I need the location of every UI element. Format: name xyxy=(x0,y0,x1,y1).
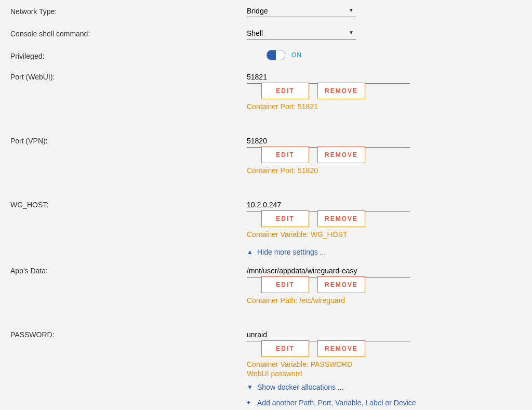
port-vpn-input[interactable] xyxy=(247,135,410,148)
privileged-label: Privileged: xyxy=(10,50,247,60)
network-type-label: Network Type: xyxy=(10,5,247,16)
app-data-input[interactable] xyxy=(247,264,410,277)
privileged-toggle-state: ON xyxy=(291,51,302,59)
show-docker-allocations-link[interactable]: ▼ Show docker allocations ... xyxy=(247,383,522,391)
port-webui-helper: Container Port: 51821 xyxy=(247,102,522,111)
hide-more-settings-link[interactable]: ▲ Hide more settings ... xyxy=(247,248,522,256)
wg-host-helper: Container Variable: WG_HOST xyxy=(247,230,522,239)
plus-icon: + xyxy=(247,399,254,406)
port-vpn-edit-button[interactable]: EDIT xyxy=(261,147,309,163)
wg-host-edit-button[interactable]: EDIT xyxy=(261,210,309,227)
app-data-helper: Container Path: /etc/wireguard xyxy=(247,296,522,305)
port-webui-input[interactable] xyxy=(247,71,410,84)
network-type-select[interactable]: Bridge xyxy=(247,5,356,17)
password-input[interactable] xyxy=(247,328,410,341)
password-helper-2: WebUI password xyxy=(247,369,522,378)
port-vpn-label: Port (VPN): xyxy=(10,135,247,145)
wg-host-label: WG_HOST: xyxy=(10,199,247,209)
network-type-select-input[interactable]: Bridge xyxy=(247,5,356,17)
app-data-edit-button[interactable]: EDIT xyxy=(261,276,309,293)
console-shell-select-input[interactable]: Shell xyxy=(247,28,356,39)
wg-host-remove-button[interactable]: REMOVE xyxy=(317,210,365,227)
password-remove-button[interactable]: REMOVE xyxy=(317,340,365,357)
app-data-remove-button[interactable]: REMOVE xyxy=(317,276,365,293)
password-helper-1: Container Variable: PASSWORD xyxy=(247,360,522,368)
password-label: PASSWORD: xyxy=(10,328,247,339)
console-shell-label: Console shell command: xyxy=(10,28,247,38)
port-vpn-remove-button[interactable]: REMOVE xyxy=(317,147,365,163)
app-data-label: App's Data: xyxy=(10,264,247,275)
hide-more-settings-label: Hide more settings ... xyxy=(257,248,326,256)
console-shell-select[interactable]: Shell xyxy=(247,28,356,39)
add-another-label: Add another Path, Port, Variable, Label … xyxy=(257,399,416,407)
chevron-up-icon: ▲ xyxy=(247,248,254,256)
wg-host-input[interactable] xyxy=(247,199,410,211)
password-edit-button[interactable]: EDIT xyxy=(261,340,309,357)
port-webui-edit-button[interactable]: EDIT xyxy=(261,83,309,99)
port-vpn-helper: Container Port: 51820 xyxy=(247,166,522,175)
privileged-toggle[interactable] xyxy=(267,50,285,60)
port-webui-remove-button[interactable]: REMOVE xyxy=(317,83,365,99)
port-webui-label: Port (WebUI): xyxy=(10,71,247,81)
chevron-down-icon: ▼ xyxy=(247,383,254,391)
add-another-link[interactable]: + Add another Path, Port, Variable, Labe… xyxy=(247,399,522,407)
show-docker-allocations-label: Show docker allocations ... xyxy=(257,383,344,391)
